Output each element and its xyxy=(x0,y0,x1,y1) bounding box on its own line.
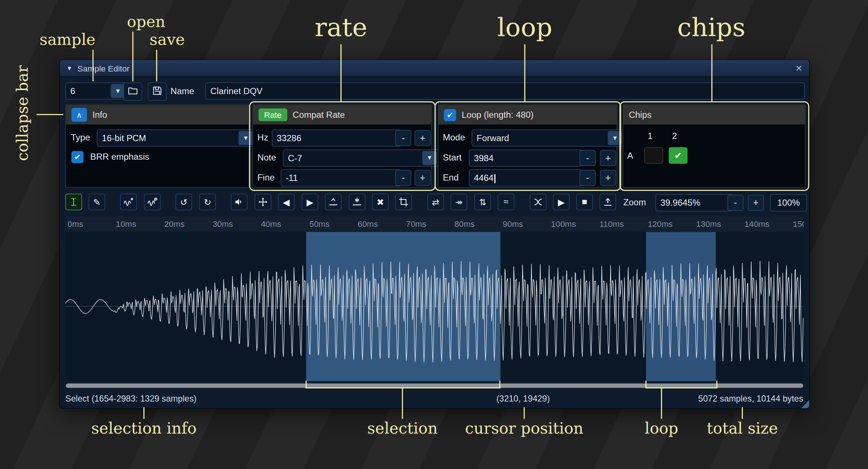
fine-input[interactable]: -11 xyxy=(281,169,401,186)
name-input[interactable]: Clarinet DQV xyxy=(205,82,805,100)
save-button[interactable] xyxy=(148,82,167,101)
ruler-label: 30ms xyxy=(213,219,233,229)
loop-start-input[interactable]: 3984 xyxy=(469,150,582,167)
toolbar-buttons: ✎↺↻◀▶✖⇄↠⇅≈▶■ xyxy=(60,194,619,211)
fine-decrement-button[interactable]: - xyxy=(395,170,411,186)
delete-selection-button[interactable]: ✖ xyxy=(372,194,389,210)
play-button[interactable]: ▶ xyxy=(553,194,570,210)
waveform-edit-button[interactable] xyxy=(144,194,161,210)
loop-panel: ✔ Loop (length: 480) Mode Forward ▼ Star… xyxy=(438,105,617,188)
chevron-down-icon[interactable]: ▼ xyxy=(608,131,622,145)
selection-bracket xyxy=(305,381,500,388)
rate-panel-title: Compat Rate xyxy=(293,110,345,120)
shift-samples-button[interactable]: ↠ xyxy=(451,194,467,210)
chevron-down-icon[interactable]: ▼ xyxy=(111,84,125,98)
zoom-input[interactable]: 39.9645% xyxy=(655,194,733,212)
rate-panel: Rate Compat Rate Hz 33286 - + Note C-7 ▼… xyxy=(252,105,432,188)
window-collapse-icon[interactable]: ▼ xyxy=(66,65,73,71)
zoom-in-button[interactable]: + xyxy=(748,195,764,211)
sample-number-select[interactable]: 6 ▼ xyxy=(65,82,127,100)
rate-badge[interactable]: Rate xyxy=(259,108,287,121)
waveform-view[interactable] xyxy=(65,232,804,381)
annotation-line-open xyxy=(132,31,134,81)
annotation-rate-label: rate xyxy=(315,12,367,42)
redo-button[interactable]: ↻ xyxy=(199,194,216,210)
crop-to-selection-button[interactable] xyxy=(395,194,412,210)
loop-start-increment-button[interactable]: + xyxy=(600,150,616,166)
ruler-label: 10ms xyxy=(116,219,136,229)
type-select[interactable]: 16-bit PCM ▼ xyxy=(97,129,255,147)
crossfade-button[interactable] xyxy=(530,194,547,210)
timeline-ruler[interactable]: 0ms10ms20ms30ms40ms50ms60ms70ms80ms90ms1… xyxy=(65,216,804,232)
preview-volume-button[interactable] xyxy=(231,194,248,210)
loop-end-increment-button[interactable]: + xyxy=(600,170,616,186)
annotation-open-label: open xyxy=(127,13,165,31)
collapse-panel-button[interactable]: ∧ xyxy=(72,108,87,122)
loop-mode-select[interactable]: Forward ▼ xyxy=(472,129,624,147)
ruler-label: 120ms xyxy=(648,219,672,229)
open-button[interactable] xyxy=(123,82,142,101)
info-panel-title: Info xyxy=(92,110,107,120)
trim-end-button[interactable] xyxy=(349,194,366,210)
check-icon: ✔ xyxy=(74,153,81,162)
brr-emphasis-label: BRR emphasis xyxy=(90,150,149,164)
desktop-background: sample open save rate loop chips collaps… xyxy=(0,0,868,469)
zoom-out-button[interactable]: - xyxy=(728,195,744,211)
brr-emphasis-checkbox[interactable]: ✔ xyxy=(72,151,84,163)
resize-handle[interactable] xyxy=(801,400,809,408)
loop-end-input[interactable]: 4464 xyxy=(469,169,582,186)
amplify-button[interactable]: ⇅ xyxy=(474,194,491,210)
hz-decrement-button[interactable]: - xyxy=(395,130,411,146)
chevron-down-icon[interactable]: ▼ xyxy=(239,131,253,145)
undo-button[interactable]: ↺ xyxy=(175,194,192,210)
nudge-right-button[interactable]: ▶ xyxy=(302,194,319,210)
zoom-reset-button[interactable]: 100% xyxy=(770,194,807,212)
select-tool-button[interactable] xyxy=(65,194,82,210)
ruler-label: 70ms xyxy=(406,219,427,229)
swap-channels-button[interactable]: ⇄ xyxy=(427,194,444,210)
loop-enable-checkbox[interactable]: ✔ xyxy=(444,109,456,121)
ruler-label: 40ms xyxy=(261,219,281,229)
chips-panel-header: Chips xyxy=(623,105,805,124)
title-bar[interactable]: ▼ Sample Editor ✕ xyxy=(60,60,809,77)
export-button[interactable] xyxy=(599,194,616,210)
trim-start-button[interactable] xyxy=(325,194,342,210)
chevron-up-icon: ∧ xyxy=(76,111,82,119)
draw-tool-button[interactable]: ✎ xyxy=(89,194,105,210)
chevron-down-icon[interactable]: ▼ xyxy=(423,151,437,165)
ruler-label: 150ms xyxy=(793,219,804,229)
cursor-position-text: (3210, 19429) xyxy=(497,389,550,408)
check-icon: ✔ xyxy=(674,150,682,161)
annotation-loop-bottom-label: loop xyxy=(645,419,678,438)
annotation-selection-label: selection xyxy=(367,419,437,438)
chip-column-2-label: 2 xyxy=(672,129,677,143)
chip-a1-toggle[interactable] xyxy=(644,147,663,164)
annotation-cursor-position-label: cursor position xyxy=(465,419,583,438)
info-panel-header: ∧ Info xyxy=(66,105,249,124)
stop-button[interactable]: ■ xyxy=(576,194,593,210)
check-icon: ✔ xyxy=(447,111,454,119)
resample-button[interactable] xyxy=(120,194,137,210)
zoom-label: Zoom xyxy=(623,194,646,211)
nudge-left-button[interactable]: ◀ xyxy=(278,194,295,210)
loop-end-decrement-button[interactable]: - xyxy=(580,170,596,186)
floppy-disk-icon xyxy=(152,85,163,98)
annotation-line-save xyxy=(156,50,157,81)
annotation-line-total-size xyxy=(742,407,743,419)
type-label: Type xyxy=(71,129,90,146)
note-select[interactable]: C-7 ▼ xyxy=(283,150,438,167)
ruler-label: 140ms xyxy=(744,219,769,229)
waveform-plot xyxy=(65,232,804,381)
total-size-text: 5072 samples, 10144 bytes xyxy=(698,389,803,408)
loop-start-decrement-button[interactable]: - xyxy=(580,150,596,166)
hz-increment-button[interactable]: + xyxy=(414,130,431,146)
chip-a2-toggle[interactable]: ✔ xyxy=(669,147,688,164)
annotation-line-collapse-bar xyxy=(36,114,63,115)
ruler-label: 50ms xyxy=(309,219,330,229)
annotation-line-selection-info xyxy=(143,407,144,419)
smooth-button[interactable]: ≈ xyxy=(498,194,514,210)
close-icon[interactable]: ✕ xyxy=(795,63,803,73)
move-view-button[interactable] xyxy=(255,194,271,210)
hz-input[interactable]: 33286 xyxy=(272,129,401,147)
fine-increment-button[interactable]: + xyxy=(414,170,431,186)
